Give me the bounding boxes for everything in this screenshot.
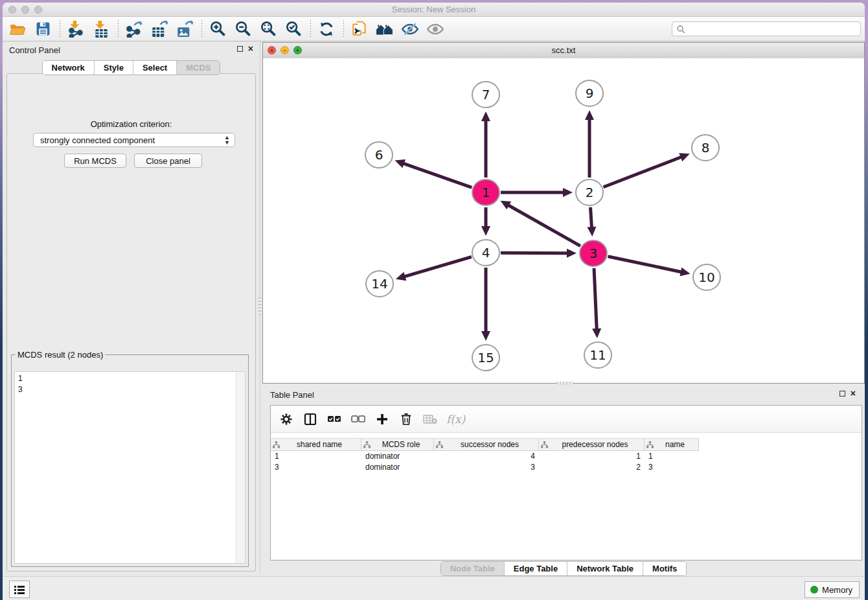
status-bar: Memory xyxy=(3,576,865,600)
list-icon xyxy=(14,584,25,595)
app-window: Session: New Session xyxy=(3,3,865,600)
tab-style[interactable]: Style xyxy=(95,61,133,75)
column-header-MCDS-role[interactable]: MCDS role xyxy=(361,439,434,451)
task-history-button[interactable] xyxy=(9,581,30,598)
graph-node-label: 14 xyxy=(371,276,387,292)
tab-motifs[interactable]: Motifs xyxy=(643,562,686,575)
export-image-button[interactable] xyxy=(175,19,194,39)
table-cell[interactable]: dominator xyxy=(361,451,434,462)
graph-node-label: 11 xyxy=(589,347,606,363)
table-cell[interactable]: 2 xyxy=(539,462,645,473)
select-all-button[interactable] xyxy=(326,411,342,427)
memory-button[interactable]: Memory xyxy=(805,581,860,598)
export-table-icon xyxy=(151,20,168,38)
horizontal-splitter-grip[interactable] xyxy=(556,382,573,385)
edge-4-14[interactable] xyxy=(404,257,471,277)
table-cell[interactable]: 1 xyxy=(539,451,645,462)
tab-edge-table[interactable]: Edge Table xyxy=(505,562,567,575)
table-cell[interactable]: 3 xyxy=(434,462,539,473)
tab-node-table[interactable]: Node Table xyxy=(441,562,505,575)
sort-icon xyxy=(363,441,371,448)
result-scrollbar[interactable] xyxy=(236,372,245,563)
save-session-button[interactable] xyxy=(33,19,52,39)
sort-icon xyxy=(436,441,443,448)
close-table-panel-icon[interactable]: × xyxy=(851,389,856,397)
float-panel-icon[interactable] xyxy=(237,46,243,52)
search-field[interactable] xyxy=(672,21,861,36)
table-cell[interactable]: 1 xyxy=(645,451,699,462)
zoom-in-button[interactable] xyxy=(208,19,227,39)
edge-3-1[interactable] xyxy=(508,205,580,246)
edge-2-8[interactable] xyxy=(603,157,681,187)
clone-network-button[interactable] xyxy=(350,19,369,39)
table-cell[interactable]: 3 xyxy=(645,462,699,473)
float-table-panel-icon[interactable] xyxy=(839,391,845,397)
vertical-splitter-grip[interactable] xyxy=(258,297,262,314)
close-panel-button[interactable]: Close panel xyxy=(134,154,202,168)
zoom-out-icon xyxy=(234,20,252,38)
window-titlebar: Session: New Session xyxy=(3,3,865,17)
delete-column-button[interactable] xyxy=(398,411,414,427)
table-cell[interactable]: 3 xyxy=(271,462,361,473)
unselect-all-button[interactable] xyxy=(350,411,366,427)
optimization-criterion-label: Optimization criterion: xyxy=(7,119,255,129)
edge-arrowhead xyxy=(587,227,596,237)
table-header-row: shared nameMCDS rolesuccessor nodesprede… xyxy=(271,438,699,451)
create-column-button[interactable] xyxy=(374,411,390,427)
import-network-button[interactable] xyxy=(66,19,86,39)
network-graph[interactable]: 1234678910111415 xyxy=(263,58,864,383)
network-canvas[interactable]: 1234678910111415 xyxy=(263,58,864,383)
column-header-predecessor-nodes[interactable]: predecessor nodes xyxy=(539,439,645,451)
zoom-selected-button[interactable] xyxy=(284,19,303,39)
control-panel-tabs: Network Style Select MCDS xyxy=(3,60,260,75)
import-table-button[interactable] xyxy=(91,19,111,39)
show-columns-button[interactable] xyxy=(303,411,318,427)
first-neighbors-button[interactable] xyxy=(375,19,394,39)
zoom-fit-button[interactable] xyxy=(258,19,278,39)
save-floppy-icon xyxy=(35,21,51,37)
mcds-result-box[interactable]: 1 3 xyxy=(14,371,246,564)
search-input[interactable] xyxy=(685,23,860,36)
table-cell[interactable]: 1 xyxy=(271,451,361,462)
export-network-button[interactable] xyxy=(124,19,144,39)
criterion-dropdown[interactable]: strongly connected component ▲▼ xyxy=(33,133,235,147)
delete-table-button[interactable] xyxy=(422,411,438,427)
tab-network[interactable]: Network xyxy=(43,61,95,75)
column-header-name[interactable]: name xyxy=(645,439,699,451)
graph-node-label: 7 xyxy=(482,87,490,102)
edge-2-3[interactable] xyxy=(590,207,591,228)
edge-arrowhead xyxy=(481,331,490,341)
hide-selected-button[interactable] xyxy=(400,19,420,39)
open-session-button[interactable] xyxy=(8,19,27,39)
column-header-successor-nodes[interactable]: successor nodes xyxy=(434,439,539,451)
close-panel-icon[interactable]: × xyxy=(248,45,253,52)
tab-network-table[interactable]: Network Table xyxy=(567,562,643,575)
tab-select[interactable]: Select xyxy=(133,61,177,75)
table-row[interactable]: 1dominator411 xyxy=(271,451,699,462)
clone-network-icon xyxy=(351,21,368,38)
table-cell[interactable]: dominator xyxy=(361,462,434,473)
function-builder-button[interactable]: f(x) xyxy=(446,413,465,426)
tab-mcds[interactable]: MCDS xyxy=(177,61,220,75)
edge-3-10[interactable] xyxy=(608,257,682,272)
show-all-button[interactable] xyxy=(426,19,445,39)
run-mcds-button[interactable]: Run MCDS xyxy=(64,154,126,168)
refresh-layout-button[interactable] xyxy=(317,19,336,39)
graph-node-label: 6 xyxy=(375,147,383,163)
zoom-out-button[interactable] xyxy=(233,19,253,39)
window-title: Session: New Session xyxy=(3,5,865,14)
table-cell[interactable]: 4 xyxy=(434,451,539,462)
import-network-icon xyxy=(67,21,84,38)
column-header-shared-name[interactable]: shared name xyxy=(271,439,361,451)
export-table-button[interactable] xyxy=(150,19,169,39)
import-table-icon xyxy=(93,21,109,38)
table-settings-button[interactable] xyxy=(279,411,294,427)
edge-3-11[interactable] xyxy=(594,268,597,330)
table-row[interactable]: 3dominator323 xyxy=(271,462,699,473)
edge-arrowhead xyxy=(563,188,573,197)
export-image-icon xyxy=(176,20,194,38)
edge-arrowhead xyxy=(585,110,594,120)
edge-1-6[interactable] xyxy=(403,163,472,187)
network-titlebar[interactable]: × − + scc.txt xyxy=(263,43,864,59)
edge-4-3[interactable] xyxy=(501,253,568,253)
